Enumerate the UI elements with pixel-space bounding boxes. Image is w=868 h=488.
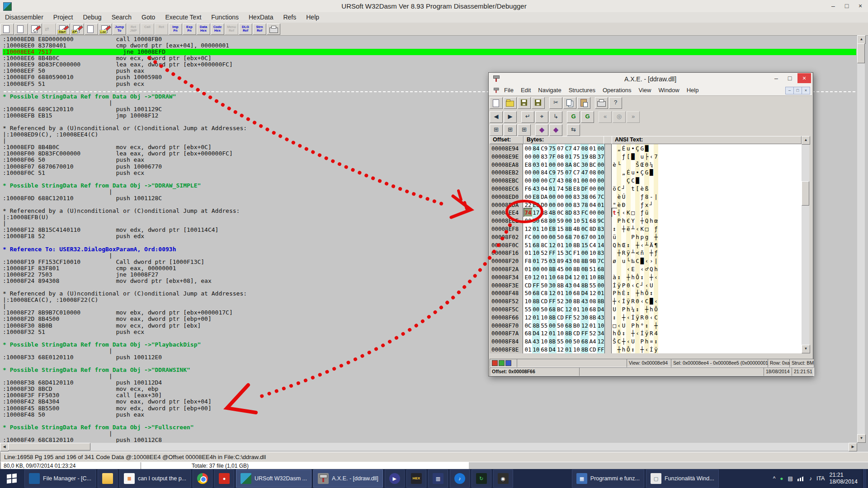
hex-byte[interactable]: F6	[524, 184, 532, 192]
hex-byte[interactable]: 01	[597, 289, 605, 297]
ansi-char[interactable]	[612, 216, 617, 225]
hex-byte[interactable]: 10	[557, 329, 565, 337]
hex-byte[interactable]: 30	[580, 160, 589, 169]
ansi-char[interactable]: ÿ	[654, 345, 658, 353]
ansi-char[interactable]: U	[631, 337, 635, 345]
hex-byte[interactable]: 10	[597, 321, 605, 329]
hex-byte[interactable]: 8B	[580, 257, 589, 265]
volume-icon[interactable]: ♪	[809, 475, 812, 482]
axe-next-button[interactable]: ▶	[504, 111, 517, 123]
ansi-char[interactable]	[635, 208, 640, 216]
hex-byte[interactable]: 8B	[532, 297, 540, 305]
bytes-column-header[interactable]: Bytes:	[524, 136, 604, 144]
hex-byte[interactable]: 45	[557, 265, 565, 273]
ansi-char[interactable]: Ð	[621, 201, 626, 209]
hex-byte[interactable]: 10	[580, 305, 589, 313]
ansi-char[interactable]	[649, 225, 654, 233]
ansi-char[interactable]	[612, 345, 617, 353]
ansi-char[interactable]: ‹	[654, 273, 658, 281]
hex-byte[interactable]: 04	[540, 184, 548, 192]
ansi-char[interactable]: ¤	[649, 337, 654, 345]
hex-byte[interactable]: 8B	[565, 329, 573, 337]
hex-byte[interactable]: 83	[597, 249, 605, 257]
toolbar-data-hex-button[interactable]: Data Hex	[197, 23, 210, 35]
ansi-char[interactable]: █	[649, 168, 654, 176]
hex-byte[interactable]: 01	[589, 144, 597, 152]
hex-byte[interactable]: 03	[548, 257, 557, 265]
ansi-char[interactable]: ‹	[635, 225, 640, 233]
hex-byte[interactable]: 50	[540, 305, 548, 313]
hex-byte[interactable]: 00	[557, 201, 565, 209]
ansi-char[interactable]	[617, 168, 621, 176]
toolbar-dialog-ref-button[interactable]: DLG Ref	[239, 23, 252, 35]
ansi-char[interactable]: Í	[631, 313, 635, 321]
hex-byte[interactable]: 00	[565, 216, 573, 225]
hex-byte[interactable]: 01	[565, 345, 573, 353]
hex-byte[interactable]: 68	[532, 289, 540, 297]
hex-byte[interactable]: 10	[565, 289, 573, 297]
ansi-char[interactable]: ┼	[649, 273, 654, 281]
ansi-char[interactable]	[626, 329, 631, 337]
axe-maximize-button[interactable]: □	[783, 73, 797, 83]
hex-byte[interactable]: 75	[548, 144, 557, 152]
taskbar-item-media[interactable]: ▶	[385, 469, 405, 488]
scroll-up-icon[interactable]: ▲	[857, 35, 866, 44]
horizontal-scroll-thumb[interactable]	[8, 443, 90, 450]
hex-byte[interactable]: 34	[597, 329, 605, 337]
hex-byte[interactable]: 8B	[597, 297, 605, 305]
hex-byte[interactable]: 00	[597, 168, 605, 176]
hex-byte[interactable]: D4	[532, 329, 540, 337]
ansi-char[interactable]: Ç	[640, 168, 644, 176]
hex-byte[interactable]: 8B	[532, 321, 540, 329]
disasm-line[interactable]: |	[3, 431, 856, 437]
ansi-char[interactable]	[649, 321, 654, 329]
hex-byte[interactable]: C8	[540, 289, 548, 297]
axe-new-button[interactable]	[490, 97, 503, 109]
hex-byte[interactable]: 12	[580, 321, 589, 329]
ansi-char[interactable]	[612, 144, 617, 152]
hex-byte[interactable]: 00	[524, 176, 532, 184]
axe-save-all-button[interactable]	[532, 97, 545, 109]
ansi-char[interactable]: Œ	[621, 241, 626, 249]
hex-byte[interactable]: 8B	[548, 337, 557, 345]
ansi-char[interactable]: ┼	[635, 241, 640, 249]
ansi-char[interactable]: ‹	[640, 265, 644, 273]
ansi-char[interactable]	[612, 168, 617, 176]
ansi-char[interactable]: □	[631, 208, 635, 216]
hex-byte[interactable]: BC	[589, 160, 597, 169]
hex-byte[interactable]: 12	[532, 273, 540, 281]
hex-byte[interactable]: 08	[580, 144, 589, 152]
axe-structure-add-button[interactable]: ⊞	[490, 124, 503, 136]
ansi-char[interactable]: ♂	[644, 265, 649, 273]
ansi-char[interactable]: ‹	[654, 297, 658, 305]
axe-menu-file[interactable]: File	[500, 85, 517, 96]
hex-byte[interactable]: 68	[572, 289, 580, 297]
hex-byte[interactable]: 10	[589, 249, 597, 257]
ansi-char[interactable]: œ	[654, 216, 658, 225]
ansi-char[interactable]: C	[631, 176, 635, 184]
axe-split-view-button[interactable]: ⇆	[567, 124, 580, 136]
ansi-char[interactable]: ÿ	[644, 329, 649, 337]
ansi-char[interactable]: ‹	[635, 329, 640, 337]
hex-byte[interactable]: 55	[540, 321, 548, 329]
ansi-char[interactable]	[626, 184, 631, 192]
hex-byte[interactable]: 4B	[572, 225, 580, 233]
ansi-char[interactable]: P	[631, 233, 635, 241]
ansi-char[interactable]: h	[640, 289, 644, 297]
hex-byte[interactable]: 4B	[548, 208, 557, 216]
mdi-minimize-button[interactable]: –	[785, 87, 794, 94]
disasm-line[interactable]: :10008F45 8B5500 mov edx, dword ptr [ebp…	[3, 405, 856, 412]
ansi-char[interactable]: t	[612, 208, 617, 216]
ansi-char[interactable]: ‹	[649, 313, 654, 321]
hex-byte[interactable]: 47	[580, 168, 589, 176]
hex-scroll-up-icon[interactable]: ▲	[802, 136, 810, 145]
disasm-line[interactable]: :10008F42 8B4304 mov eax, dword ptr [ebx…	[3, 399, 856, 405]
hex-byte[interactable]: 68	[589, 216, 597, 225]
taskbar-item-audio[interactable]: ♪	[450, 469, 470, 488]
hex-byte[interactable]: 3C	[565, 249, 573, 257]
ansi-char[interactable]: C	[617, 337, 621, 345]
taskbar-item-camera[interactable]: ◉	[493, 469, 513, 488]
ansi-char[interactable]: C	[617, 184, 621, 192]
ansi-char[interactable]: ┘	[621, 184, 626, 192]
ansi-char[interactable]: □	[644, 225, 649, 233]
